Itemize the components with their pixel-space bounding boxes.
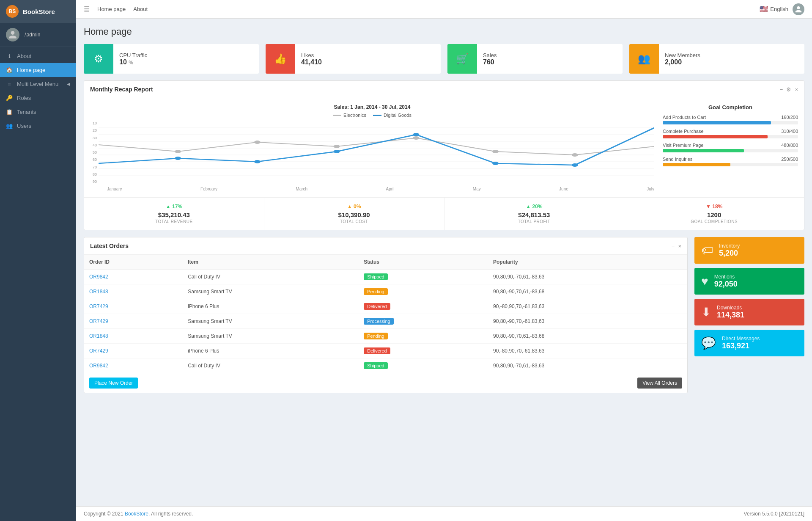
widget-inventory-value: 5,200 <box>719 249 740 258</box>
legend-digital-label: Digital Goods <box>384 113 411 118</box>
order-item: Samsung Smart TV <box>183 329 359 344</box>
legend-blue-line <box>373 115 381 116</box>
orders-minimize-button[interactable]: − <box>672 243 675 249</box>
user-avatar <box>6 28 19 41</box>
status-badge: Delivered <box>364 347 390 354</box>
widget-downloads[interactable]: ⬇ Downloads 114,381 <box>694 299 804 325</box>
goals-label: GOAL COMPLETIONS <box>630 219 798 224</box>
stat-card-sales: 🛒 Sales 760 <box>447 44 623 74</box>
sidebar-item-roles[interactable]: 🔑 Roles <box>0 91 76 105</box>
orders-close-button[interactable]: × <box>678 243 681 249</box>
widget-mentions-value: 92,050 <box>714 280 738 289</box>
footer: Copyright © 2021 BookStore. All rights r… <box>76 506 812 521</box>
widget-inventory[interactable]: 🏷 Inventory 5,200 <box>694 237 804 264</box>
orders-footer: Place New Order View All Orders <box>84 373 687 393</box>
sidebar-item-users-label: Users <box>17 123 31 129</box>
order-popularity: 90,80,-90,70,-61,83,63 <box>488 314 687 329</box>
svg-container: JanuaryFebruaryMarchAprilMayJuneJuly <box>99 121 654 191</box>
members-info: New Members 2,000 <box>659 48 706 70</box>
sidebar-item-users[interactable]: 👥 Users <box>0 119 76 133</box>
report-body: Sales: 1 Jan, 2014 - 30 Jul, 2014 Electr… <box>84 98 804 197</box>
minimize-button[interactable]: − <box>780 86 783 93</box>
widget-messages-value: 163,921 <box>722 342 760 350</box>
chart-title: Sales: 1 Jan, 2014 - 30 Jul, 2014 <box>90 104 654 110</box>
order-popularity: 90,-80,90,70,-61,83,63 <box>488 344 687 358</box>
order-id-link[interactable]: OR7429 <box>89 318 108 324</box>
col-popularity: Popularity <box>488 255 687 270</box>
menu-icon: ≡ <box>6 81 13 87</box>
goal-display-3: 250/500 <box>781 157 798 162</box>
sidebar-item-homepage[interactable]: 🏠 Home page <box>0 63 76 77</box>
order-id-link[interactable]: OR7429 <box>89 348 108 354</box>
sidebar: BS BookStore .\admin ℹ About 🏠 Home page… <box>0 0 76 521</box>
summary-profit: ▲ 20% $24,813.53 TOTAL PROFIT <box>444 198 625 230</box>
stats-row: ⚙ CPU Traffic 10 % 👍 Likes 41,410 🛒 Sale… <box>84 44 804 74</box>
topbar-user-icon[interactable] <box>793 3 804 15</box>
main-area: ☰ Home page About 🇺🇸 English Home page ⚙… <box>76 0 812 521</box>
revenue-label: TOTAL REVENUE <box>90 219 258 224</box>
sidebar-item-tenants[interactable]: 📋 Tenants <box>0 105 76 119</box>
chart-legend: Electronics Digital Goods <box>90 113 654 118</box>
summary-goals: ▼ 18% 1200 GOAL COMPLETIONS <box>624 198 804 230</box>
widget-messages[interactable]: 💬 Direct Messages 163,921 <box>694 330 804 356</box>
goal-item-3: Send Inquiries 250/500 <box>663 157 798 166</box>
close-button[interactable]: × <box>795 86 798 93</box>
cpu-label: CPU Traffic <box>119 52 147 58</box>
home-icon: 🏠 <box>6 67 13 73</box>
goal-label-0: Add Products to Cart <box>663 115 706 120</box>
stat-card-likes: 👍 Likes 41,410 <box>266 44 441 74</box>
sidebar-item-homepage-label: Home page <box>17 67 45 73</box>
table-row: OR9842 Call of Duty IV Shipped 90,80,90,… <box>84 270 687 284</box>
sales-value: 760 <box>483 58 497 66</box>
status-badge: Pending <box>364 288 387 295</box>
place-order-button[interactable]: Place New Order <box>89 378 138 389</box>
sidebar-item-multilevel-label: Multi Level Menu <box>17 81 58 87</box>
monthly-report-panel: Monthly Recap Report − ⚙ × Sales: 1 Jan,… <box>84 80 804 230</box>
order-id-link[interactable]: OR1848 <box>89 289 108 295</box>
order-id-link[interactable]: OR1848 <box>89 333 108 339</box>
order-item: iPhone 6 Plus <box>183 299 359 314</box>
widget-mentions[interactable]: ♥ Mentions 92,050 <box>694 268 804 295</box>
svg-point-18 <box>492 162 499 165</box>
order-id-link[interactable]: OR9842 <box>89 274 108 280</box>
view-all-orders-button[interactable]: View All Orders <box>637 378 682 389</box>
tag-icon: 🏷 <box>701 243 713 257</box>
svg-point-9 <box>254 141 261 144</box>
expand-button[interactable]: ⚙ <box>786 86 791 93</box>
panel-title: Monthly Recap Report <box>90 86 780 93</box>
order-id-link[interactable]: OR7429 <box>89 303 108 309</box>
goal-label-2: Visit Premium Page <box>663 143 703 148</box>
goals-amount: 1200 <box>630 211 798 218</box>
legend-digital: Digital Goods <box>373 113 411 118</box>
content-area: Home page ⚙ CPU Traffic 10 % 👍 Likes 41,… <box>76 19 812 506</box>
topbar-link-homepage[interactable]: Home page <box>97 6 126 12</box>
svg-point-16 <box>334 150 340 153</box>
cost-pct: ▲ 0% <box>270 204 438 210</box>
goal-item-1: Complete Purchase 310/400 <box>663 129 798 138</box>
order-id-link[interactable]: OR9842 <box>89 363 108 369</box>
topbar-link-about[interactable]: About <box>133 6 148 12</box>
order-item: Samsung Smart TV <box>183 314 359 329</box>
sales-label: Sales <box>483 52 497 58</box>
y-axis: 908070605040302010 <box>90 121 99 191</box>
language-selector[interactable]: 🇺🇸 English <box>760 5 788 13</box>
sidebar-username: .\admin <box>24 32 40 38</box>
topbar-right: 🇺🇸 English <box>760 3 804 15</box>
col-order-id: Order ID <box>84 255 183 270</box>
col-item: Item <box>183 255 359 270</box>
sidebar-item-about[interactable]: ℹ About <box>0 49 76 63</box>
logo-avatar: BS <box>6 5 19 18</box>
sidebar-item-multilevel[interactable]: ≡ Multi Level Menu ◀ <box>0 77 76 91</box>
topbar: ☰ Home page About 🇺🇸 English <box>76 0 812 19</box>
hamburger-button[interactable]: ☰ <box>84 5 90 13</box>
orders-panel-header: Latest Orders − × <box>84 237 687 255</box>
footer-brand-link[interactable]: BookStore <box>125 511 148 517</box>
svg-point-17 <box>413 133 419 136</box>
tenants-icon: 📋 <box>6 109 13 115</box>
goal-area: Goal Completion Add Products to Cart 160… <box>663 104 798 191</box>
widget-inventory-label: Inventory <box>719 243 740 249</box>
users-icon: 👥 <box>6 123 13 129</box>
heart-icon: ♥ <box>701 275 708 288</box>
orders-panel: Latest Orders − × Order ID Item Status P… <box>84 237 688 393</box>
info-icon: ℹ <box>6 53 13 59</box>
